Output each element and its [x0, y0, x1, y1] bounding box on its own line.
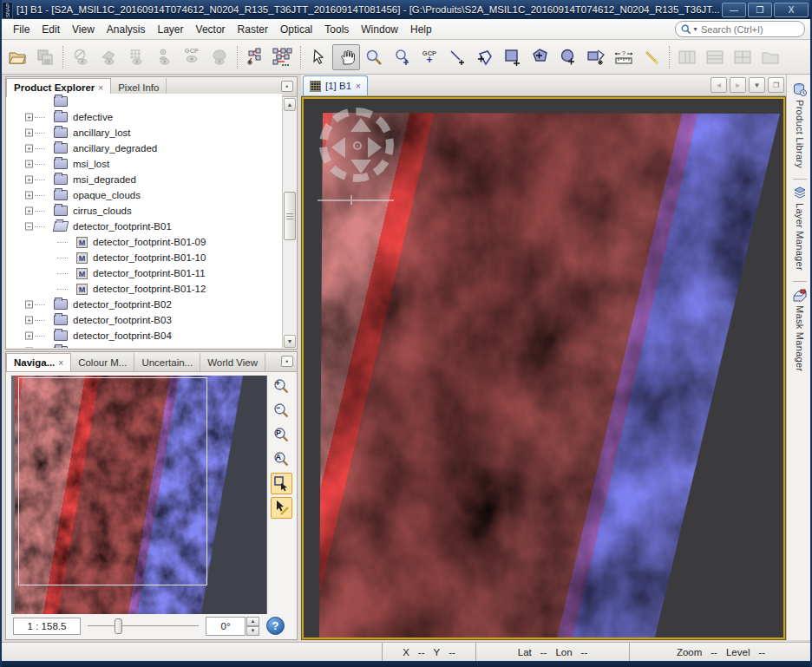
navigation-thumbnail-canvas[interactable]: [11, 376, 267, 614]
close-tab-icon[interactable]: ×: [356, 82, 361, 91]
draw-ellipse-button[interactable]: [554, 44, 582, 70]
minimize-panel-icon[interactable]: ▪: [281, 81, 293, 92]
geometry-overlay-button[interactable]: [95, 44, 122, 70]
expand-toggle-icon[interactable]: +: [25, 301, 33, 309]
tree-item-detector-footprint-b02[interactable]: +detector_footprint-B02: [7, 297, 282, 312]
draw-line-button[interactable]: [443, 44, 471, 70]
close-tab-icon[interactable]: ×: [98, 83, 103, 93]
pan-left-icon[interactable]: [331, 137, 345, 158]
sync-views-button[interactable]: [271, 473, 292, 494]
close-tab-icon[interactable]: ×: [58, 358, 63, 368]
expand-toggle-icon[interactable]: +: [25, 317, 33, 324]
tree-item-msi-lost[interactable]: +msi_lost: [7, 156, 282, 172]
slider-thumb[interactable]: [115, 618, 122, 634]
selection-tool-button[interactable]: [304, 44, 332, 70]
tab-navigation[interactable]: Naviga... ×: [6, 353, 71, 371]
menu-window[interactable]: Window: [355, 21, 404, 38]
title-bar[interactable]: SNAP [1] B1 - [S2A_MSIL1C_20160914T07461…: [0, 0, 812, 19]
maximize-button[interactable]: ❐: [748, 3, 772, 17]
tree-item-detector-footprint-b01-11[interactable]: Mdetector_footprint-B01-11: [7, 265, 282, 281]
search-dropdown-caret[interactable]: ▼: [692, 26, 698, 32]
batch-processing-button[interactable]: [269, 44, 297, 70]
tab-world-view[interactable]: World View: [200, 353, 265, 371]
tree-item-defective[interactable]: +defective: [7, 109, 282, 125]
tile-single-button[interactable]: [756, 44, 784, 70]
tile-horizontally-button[interactable]: [701, 44, 729, 70]
tab-uncertainty[interactable]: Uncertain...: [134, 353, 200, 371]
save-product-button[interactable]: [31, 44, 59, 70]
zoom-to-pixel-button[interactable]: P: [271, 424, 292, 446]
zoom-all-button[interactable]: A: [271, 448, 292, 470]
pan-down-icon[interactable]: [350, 160, 371, 173]
tree-item-msi-degraded[interactable]: +msi_degraded: [7, 172, 282, 187]
overlay-zoom-slider[interactable]: [318, 199, 394, 201]
tab-colour-manipulation[interactable]: Colour M...: [71, 353, 134, 371]
zoom-in-button[interactable]: +: [271, 376, 292, 397]
world-map-overlay-button[interactable]: [206, 44, 233, 70]
open-product-button[interactable]: [3, 44, 31, 70]
pan-right-icon[interactable]: [368, 137, 382, 158]
scroll-down-icon[interactable]: ▼: [284, 335, 296, 348]
expand-toggle-icon[interactable]: +: [25, 207, 33, 215]
tree-item-detector-footprint-b03[interactable]: +detector_footprint-B03: [7, 312, 282, 328]
pan-up-icon[interactable]: [350, 118, 371, 132]
scroll-up-icon[interactable]: ▲: [284, 98, 296, 111]
tree-item-detector-footprint-b01-12[interactable]: Mdetector_footprint-B01-12: [7, 281, 282, 297]
menu-optical[interactable]: Optical: [274, 21, 318, 38]
tree-item[interactable]: [7, 94, 282, 109]
sync-cursor-button[interactable]: [271, 497, 292, 519]
image-view-b1[interactable]: [301, 96, 786, 640]
collapse-toggle-icon[interactable]: −: [25, 223, 33, 231]
search-box[interactable]: ▼: [675, 21, 805, 37]
help-button[interactable]: ?: [266, 617, 285, 635]
range-finder-button[interactable]: ?: [610, 44, 638, 70]
scroll-tabs-left-button[interactable]: ◄: [710, 77, 727, 93]
zoom-tool-button[interactable]: [360, 44, 388, 70]
tab-mask-manager[interactable]: Mask Manager: [793, 284, 807, 380]
expand-toggle-icon[interactable]: +: [25, 332, 33, 340]
tree-item-detector-footprint-b04[interactable]: +detector_footprint-B04: [7, 328, 282, 343]
expand-toggle-icon[interactable]: +: [25, 129, 33, 137]
tab-product-library[interactable]: Product Library: [793, 78, 807, 177]
expand-toggle-icon[interactable]: +: [25, 145, 33, 153]
expand-toggle-icon[interactable]: +: [25, 192, 33, 199]
tree-scrollbar[interactable]: ▲ ▼: [282, 98, 296, 348]
scrollbar-thumb[interactable]: [284, 192, 296, 240]
menu-file[interactable]: File: [7, 21, 36, 38]
draw-rectangle-button[interactable]: [499, 44, 527, 70]
search-input[interactable]: [701, 24, 788, 35]
menu-edit[interactable]: Edit: [36, 21, 66, 38]
document-tab-b1[interactable]: [1] B1 ×: [303, 75, 368, 95]
expand-toggle-icon[interactable]: +: [25, 114, 33, 121]
menu-vector[interactable]: Vector: [190, 21, 232, 38]
zoom-slider[interactable]: [88, 618, 199, 635]
tab-layer-manager[interactable]: Layer Manager: [793, 181, 807, 279]
minimize-panel-icon[interactable]: ▪: [281, 356, 293, 367]
tree-item-detector-footprint-b01[interactable]: −detector_footprint-B01: [7, 219, 282, 234]
menu-raster[interactable]: Raster: [232, 21, 274, 38]
tree-item-ancillary-degraded[interactable]: +ancillary_degraded: [7, 141, 282, 156]
expand-toggle-icon[interactable]: +: [25, 176, 33, 184]
tree-item-opaque-clouds[interactable]: +opaque_clouds: [7, 187, 282, 203]
rotation-field[interactable]: 0°: [206, 617, 246, 636]
close-button[interactable]: X: [774, 3, 809, 17]
tree-item-ancillary-lost[interactable]: +ancillary_lost: [7, 125, 282, 141]
draw-polyline-button[interactable]: [471, 44, 499, 70]
view-extent-rectangle[interactable]: [18, 377, 207, 585]
insert-wkt-button[interactable]: [582, 44, 610, 70]
draw-polygon-button[interactable]: [527, 44, 554, 70]
menu-layer[interactable]: Layer: [152, 21, 190, 38]
overlay-zoom-tick[interactable]: [350, 195, 352, 205]
zoom-in-tool-button[interactable]: [388, 44, 416, 70]
tab-list-button[interactable]: ▼: [749, 77, 765, 93]
magic-wand-button[interactable]: [638, 44, 665, 70]
menu-tools[interactable]: Tools: [318, 21, 355, 38]
pan-tool-button[interactable]: [332, 44, 360, 70]
scroll-tabs-right-button[interactable]: ►: [730, 77, 746, 93]
gcp-overlay-button[interactable]: GCP: [178, 44, 206, 70]
maximize-view-button[interactable]: ❐: [768, 77, 784, 93]
zoom-ratio-field[interactable]: 1 : 158.5: [13, 618, 81, 635]
menu-view[interactable]: View: [66, 21, 101, 38]
menu-help[interactable]: Help: [404, 21, 438, 38]
minimize-button[interactable]: —: [722, 3, 746, 17]
